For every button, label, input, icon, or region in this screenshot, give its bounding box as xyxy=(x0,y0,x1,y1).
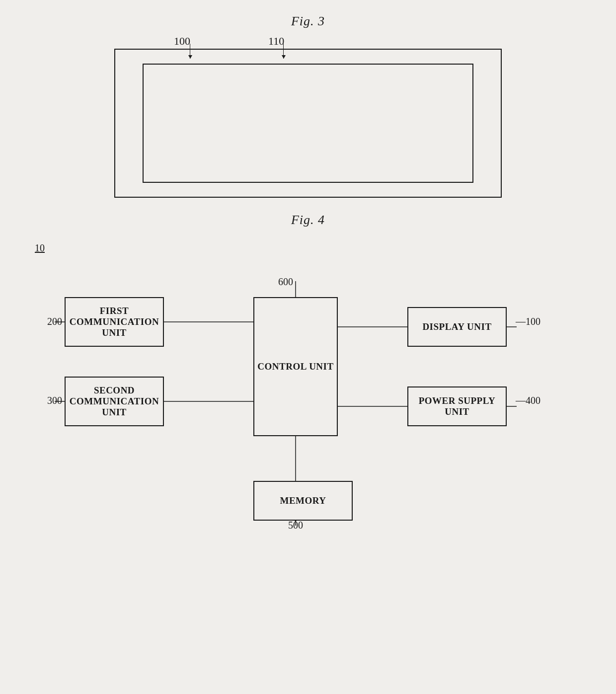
fig3-label-100: 100 xyxy=(174,35,190,48)
label-500: 500 xyxy=(288,520,303,531)
fig3-label-110: 110 xyxy=(268,35,284,48)
box-power-supply-unit: POWER SUPPLY UNIT xyxy=(407,386,507,426)
label-100-right: —100 xyxy=(516,316,540,327)
box-first-communication-unit: FIRST COMMUNICATION UNIT xyxy=(65,297,164,347)
fig4-title: Fig. 4 xyxy=(0,213,616,228)
fig4-area: 10 CONTROL UNIT FIRST COMMUNICATION UNIT… xyxy=(35,237,581,545)
fig3-inner-box xyxy=(143,64,473,183)
fig3-title: Fig. 3 xyxy=(0,0,616,29)
box-memory: MEMORY xyxy=(253,481,353,521)
label-300: 300 xyxy=(47,395,62,406)
box-display-unit: DISPLAY UNIT xyxy=(407,307,507,347)
fig3-outer-box xyxy=(114,49,502,198)
label-600: 600 xyxy=(278,276,293,288)
fig3-area: 100 110 xyxy=(114,49,502,198)
box-second-communication-unit: SECOND COMMUNICATION UNIT xyxy=(65,377,164,426)
label-200: 200 xyxy=(47,316,62,327)
label-400: —400 xyxy=(516,395,540,406)
page: Fig. 3 100 110 Fig. 4 xyxy=(0,0,616,694)
box-control-unit: CONTROL UNIT xyxy=(253,297,338,436)
label-10: 10 xyxy=(35,242,45,254)
